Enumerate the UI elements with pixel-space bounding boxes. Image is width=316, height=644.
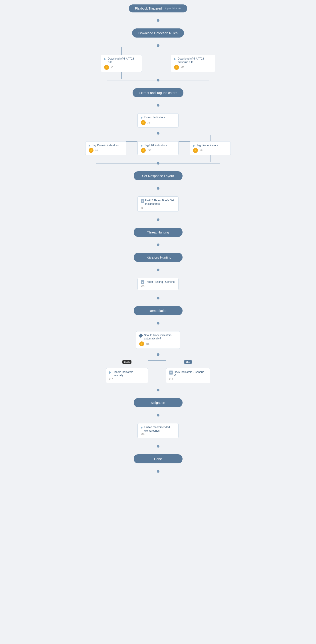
chevron-icon-3 (141, 116, 142, 119)
playbook-triggered-node[interactable]: Playbook Triggered Inputs / Outputs (129, 4, 187, 12)
circle-9 (157, 244, 160, 246)
chevron-icon-5 (141, 144, 142, 147)
circle-7 (157, 187, 160, 190)
download-apt28-drovorub-title: Download APT APT28 drovorub rule (178, 57, 212, 64)
download-detection-rules-label: Download Detection Rules (138, 31, 178, 35)
connector-11 (158, 221, 158, 228)
extract-indicators-id: #5 (148, 122, 150, 124)
circle-11 (157, 297, 160, 300)
connector-22 (158, 416, 158, 423)
done-node[interactable]: Done (134, 454, 182, 464)
connector-3 (158, 38, 158, 44)
block-indicators-card[interactable]: ▣ Block Indicators - Generic v3 #18 (166, 368, 210, 383)
download-detection-rules-node[interactable]: Download Detection Rules (132, 28, 184, 38)
download-apt28-rule-title: Download APT APT28 rule (108, 57, 138, 64)
circle-3 (157, 79, 160, 82)
connector-24 (158, 448, 158, 454)
connector-21 (158, 407, 158, 414)
circle-15 (157, 414, 160, 416)
doc-icon-3: ▣ (169, 370, 173, 374)
connector-25 (158, 464, 158, 470)
connector-12 (158, 237, 158, 244)
unit42-workarounds-card[interactable]: Unit42 recommended workarounds #20 (138, 423, 178, 438)
connector-16 (158, 290, 158, 297)
tag-domain-title: Tag Domain indicators (92, 144, 118, 147)
connector-20 (158, 392, 158, 398)
threat-hunting-generic-title: Threat Hunting - Generic (145, 280, 174, 284)
handle-manually-title: Handle indicators manually (113, 370, 145, 378)
connector-23 (158, 438, 158, 445)
set-response-layout-node[interactable]: Set Response Layout (134, 171, 182, 180)
doc-icon-2: ▣ (141, 280, 144, 284)
indicators-hunting-label: Indicators Hunting (144, 256, 172, 259)
threat-hunting-generic-id: #15 (141, 285, 144, 288)
chevron-icon-7 (109, 371, 111, 374)
unit42-workarounds-title: Unit42 recommended workarounds (144, 426, 175, 432)
circle-2 (157, 44, 160, 47)
lightning-5: ⚡ (141, 148, 146, 153)
circle-4 (157, 104, 160, 107)
lightning-4: ⚡ (88, 148, 94, 153)
threat-hunting-generic-card[interactable]: ▣ Threat Hunting - Generic #15 (138, 278, 178, 290)
connector-5 (158, 97, 158, 104)
circle-12 (157, 322, 160, 324)
mitigation-label: Mitigation (151, 401, 165, 404)
circle-10 (157, 268, 160, 271)
unit42-threat-brief-id: #8 (141, 206, 143, 209)
indicators-hunting-node[interactable]: Indicators Hunting (134, 253, 182, 262)
tag-domain-card[interactable]: Tag Domain indicators ⚡ #6 (85, 141, 126, 156)
set-response-layout-label: Set Response Layout (142, 174, 174, 178)
tag-url-card[interactable]: Tag URL indicators ⚡ #93 (138, 141, 178, 156)
threat-hunting-node[interactable]: Threat Hunting (134, 228, 182, 237)
connector-19 (158, 324, 158, 331)
connector-10 (158, 212, 158, 218)
lightning-3: ⚡ (141, 120, 146, 125)
block-indicators-id: #18 (169, 378, 173, 380)
connector-13 (158, 246, 158, 253)
circle-17 (157, 470, 160, 473)
extract-and-tag-node[interactable]: Extract and Tag Indicators (132, 88, 184, 97)
doc-icon-1: ▣ (141, 199, 144, 203)
should-block-card[interactable]: Should block indicators automatically? ⚡… (136, 331, 180, 349)
lightning-7: ⚡ (139, 342, 144, 346)
download-apt28-rule-card[interactable]: Download APT APT28 rule ⚡ #3 (101, 55, 142, 72)
lightning-6: ⚡ (193, 148, 198, 153)
mitigation-node[interactable]: Mitigation (134, 398, 182, 407)
else-badge: ELSE (122, 360, 131, 364)
remediation-label: Remediation (148, 309, 167, 312)
unit42-workarounds-id: #20 (141, 433, 144, 436)
playbook-triggered-label: Playbook Triggered (135, 7, 162, 10)
chevron-icon-1 (104, 58, 106, 60)
unit42-threat-brief-card[interactable]: ▣ Unit42 Threat Brief - Set Incident Inf… (138, 196, 178, 212)
lightning-1: ⚡ (104, 65, 109, 70)
lightning-2: ⚡ (174, 65, 179, 70)
chevron-icon-8 (141, 426, 142, 429)
connector-7 (158, 164, 158, 171)
download-apt28-rule-id: #3 (111, 66, 113, 69)
remediation-node[interactable]: Remediation (134, 306, 182, 315)
connector-17 (158, 300, 158, 306)
diamond-icon-1 (138, 334, 143, 338)
connector-6 (158, 107, 158, 113)
circle-16 (157, 445, 160, 448)
chevron-icon-2 (174, 58, 176, 60)
connector-18 (158, 315, 158, 322)
circle-14 (157, 389, 160, 392)
extract-and-tag-label: Extract and Tag Indicators (139, 91, 177, 95)
extract-indicators-card[interactable]: Extract Indicators ⚡ #5 (138, 113, 178, 128)
download-apt28-drovorub-card[interactable]: Download APT APT28 drovorub rule ⚡ #95 (171, 55, 215, 72)
tag-file-card[interactable]: Tag File indicators ⚡ #74 (190, 141, 231, 156)
download-apt28-drovorub-id: #95 (181, 66, 184, 69)
unit42-threat-brief-title: Unit42 Threat Brief - Set Incident Info (145, 199, 175, 206)
handle-manually-card[interactable]: Handle indicators manually #17 (106, 368, 148, 383)
tag-file-id: #74 (200, 149, 204, 152)
threat-hunting-label: Threat Hunting (147, 230, 169, 234)
connector-8 (158, 180, 158, 187)
yes-badge: YES (184, 360, 192, 364)
circle-13 (157, 353, 160, 356)
should-block-title: Should block indicators automatically? (144, 334, 177, 340)
connector-15 (158, 271, 158, 278)
chevron-icon-6 (193, 144, 195, 147)
done-label: Done (154, 457, 162, 461)
circle-8 (157, 218, 160, 221)
